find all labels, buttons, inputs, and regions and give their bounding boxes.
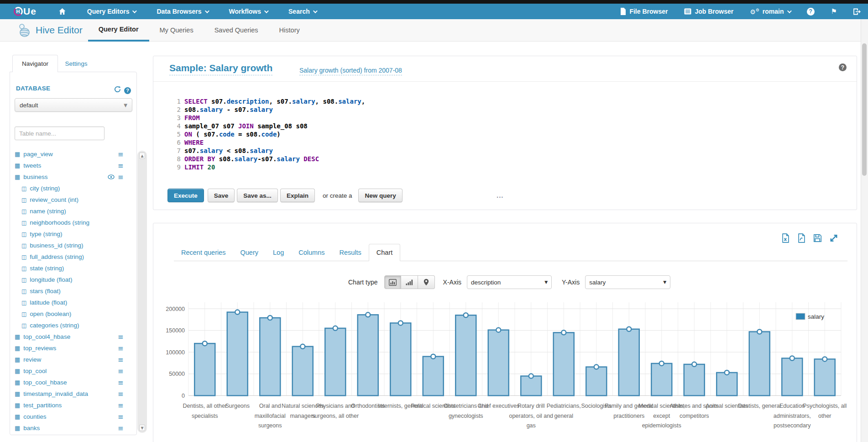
scroll-down-button[interactable]: ▼: [139, 425, 145, 431]
menu-search[interactable]: Search: [288, 8, 316, 15]
chart-bar[interactable]: [260, 318, 280, 395]
hive-editor-title[interactable]: Hive Editor: [17, 22, 83, 38]
chart-bar-marker[interactable]: [594, 365, 599, 369]
chart-bar[interactable]: [194, 343, 215, 395]
tab-history[interactable]: History: [269, 19, 310, 42]
chart-bar[interactable]: [684, 364, 705, 396]
hue-logo[interactable]: HUe: [14, 6, 37, 17]
x-axis-select[interactable]: description ▼: [467, 275, 552, 289]
column-name[interactable]: stars (float): [30, 288, 61, 295]
query-subtitle-link[interactable]: Salary growth (sorted) from 2007-08: [299, 67, 402, 75]
chart-bar[interactable]: [358, 315, 378, 395]
table-name[interactable]: timestamp_invalid_data: [23, 390, 88, 397]
table-name[interactable]: counties: [23, 413, 46, 420]
menu-data-browsers[interactable]: Data Browsers: [157, 8, 208, 15]
chart-bar[interactable]: [455, 315, 476, 395]
table-row[interactable]: ▦review≡: [15, 354, 130, 365]
column-name[interactable]: latitude (float): [30, 299, 67, 306]
y-axis-select[interactable]: salary ▼: [585, 275, 670, 289]
table-search-input[interactable]: [15, 126, 105, 140]
new-query-button[interactable]: New query: [358, 189, 402, 202]
tab-results[interactable]: Results: [332, 244, 368, 261]
chart-bar-marker[interactable]: [659, 361, 664, 366]
user-menu[interactable]: ⚙⚙ romain: [750, 8, 790, 16]
chart-bar-marker[interactable]: [235, 310, 240, 315]
chart-bar[interactable]: [815, 359, 835, 395]
tab-query-editor[interactable]: Query Editor: [88, 19, 149, 42]
table-row[interactable]: ▦business≡: [15, 171, 130, 183]
column-name[interactable]: city (string): [30, 185, 60, 192]
column-row[interactable]: ◫type (string): [15, 228, 130, 240]
column-name[interactable]: neighborhoods (string: [30, 219, 89, 226]
tab-saved-queries[interactable]: Saved Queries: [204, 19, 269, 42]
column-row[interactable]: ◫business_id (string): [15, 240, 130, 251]
legend-swatch[interactable]: [796, 313, 805, 320]
query-help-button[interactable]: ?: [839, 63, 847, 71]
menu-query-editors[interactable]: Query Editors: [87, 8, 136, 15]
table-menu-icon[interactable]: ≡: [118, 344, 124, 353]
chart-bar[interactable]: [293, 347, 313, 396]
table-row[interactable]: ▦top_cool≡: [15, 365, 130, 377]
column-row[interactable]: ◫longitude (float): [15, 274, 130, 285]
chart-bar[interactable]: [521, 376, 541, 396]
chart-bar-marker[interactable]: [333, 326, 338, 331]
column-row[interactable]: ◫city (string): [15, 183, 130, 194]
column-row[interactable]: ◫full_address (string): [15, 251, 130, 263]
tab-log[interactable]: Log: [266, 244, 291, 261]
sql-editor[interactable]: 123456789 SELECT s07.description, s07.sa…: [172, 97, 365, 171]
table-menu-icon[interactable]: ≡: [118, 390, 124, 398]
chart-bar[interactable]: [651, 363, 672, 395]
chart-bar-marker[interactable]: [366, 312, 370, 317]
job-browser-button[interactable]: Job Browser: [684, 8, 733, 15]
table-row[interactable]: ▦test_partitions≡: [15, 400, 130, 411]
table-row[interactable]: ▦top_cool4_hbase≡: [15, 331, 130, 342]
chart-bar[interactable]: [325, 328, 345, 396]
save-button[interactable]: Save: [208, 189, 235, 202]
tab-columns[interactable]: Columns: [291, 244, 332, 261]
chart-bar-marker[interactable]: [268, 316, 272, 320]
table-row[interactable]: ▦banks≡: [15, 422, 130, 434]
logout-button[interactable]: [853, 8, 861, 15]
chart-bar-marker[interactable]: [496, 328, 501, 332]
column-name[interactable]: type (string): [30, 231, 62, 237]
sidebar-tab-settings[interactable]: Settings: [58, 55, 94, 72]
table-menu-icon[interactable]: ≡: [118, 333, 124, 341]
tab-chart[interactable]: Chart: [369, 244, 400, 261]
page-scrollbar-thumb[interactable]: [862, 43, 867, 176]
column-name[interactable]: open (boolean): [30, 310, 71, 317]
tab-my-queries[interactable]: My Queries: [149, 19, 204, 42]
table-name[interactable]: page_view: [23, 151, 53, 158]
chart-type-map-button[interactable]: [418, 275, 435, 289]
resize-handle[interactable]: ...: [497, 191, 504, 199]
chart-bar[interactable]: [586, 367, 607, 396]
chart-bar[interactable]: [782, 358, 802, 396]
table-name[interactable]: tweets: [23, 162, 41, 169]
table-name[interactable]: top_cool_hbase: [23, 379, 67, 386]
download-excel-button[interactable]: [781, 233, 790, 243]
chart-bar-marker[interactable]: [464, 313, 468, 317]
column-row[interactable]: ◫neighborhoods (string: [15, 217, 130, 228]
chart-bar[interactable]: [619, 329, 639, 396]
column-row[interactable]: ◫stars (float): [15, 285, 130, 297]
chart-bar-marker[interactable]: [725, 370, 729, 375]
table-name[interactable]: banks: [23, 425, 40, 431]
feedback-button[interactable]: ⚑: [831, 7, 837, 16]
column-row[interactable]: ◫open (boolean): [15, 308, 130, 320]
column-row[interactable]: ◫categories (string): [15, 320, 130, 331]
table-menu-icon[interactable]: ≡: [118, 173, 124, 181]
chart-bar-marker[interactable]: [757, 329, 762, 334]
chart-bar-marker[interactable]: [627, 327, 631, 332]
chart-bar-marker[interactable]: [431, 354, 435, 359]
database-help-button[interactable]: ?: [124, 86, 131, 94]
chart-type-bars-button[interactable]: [384, 275, 401, 289]
table-row[interactable]: ▦counties≡: [15, 411, 130, 422]
chart-bar[interactable]: [488, 330, 509, 396]
execute-button[interactable]: Execute: [167, 189, 204, 202]
column-name[interactable]: review_count (int): [30, 196, 78, 203]
table-row[interactable]: ▦top_reviews≡: [15, 342, 130, 354]
chart-bar[interactable]: [554, 332, 574, 395]
table-menu-icon[interactable]: ≡: [118, 379, 124, 387]
table-name[interactable]: business: [23, 174, 47, 180]
table-name[interactable]: test_partitions: [23, 402, 62, 409]
table-menu-icon[interactable]: ≡: [118, 162, 124, 170]
